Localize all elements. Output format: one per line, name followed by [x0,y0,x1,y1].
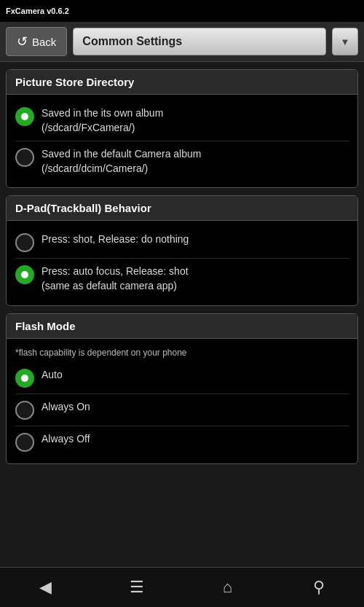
section-header-flash: Flash Mode [7,314,357,339]
nav-menu-icon: ☰ [130,578,144,597]
radio-circle-always-off [15,433,34,452]
nav-menu-button[interactable]: ☰ [119,573,155,602]
back-button[interactable]: Back [6,27,67,56]
radio-own-album[interactable]: Saved in the its own album (/sdcard/FxCa… [15,101,349,141]
back-arrow-icon [17,34,28,50]
radio-always-on[interactable]: Always On [15,393,349,426]
radio-circle-default-album [15,148,34,167]
nav-back-icon: ◀ [39,578,52,597]
radio-own-album-label: Saved in the its own album [41,106,163,121]
section-body-dpad: Press: shot, Release: do nothing Press: … [7,221,357,305]
radio-default-album[interactable]: Saved in the default Camera album (/sdca… [15,141,349,181]
radio-always-off[interactable]: Always Off [15,426,349,458]
radio-always-off-label: Always Off [41,432,90,447]
status-bar: FxCamera v0.6.2 [0,0,364,22]
radio-circle-own-album [15,107,34,126]
main-content: Picture Store Directory Saved in the its… [0,62,364,471]
radio-auto-label: Auto [41,368,63,383]
title-text: Common Settings [82,35,182,48]
back-label: Back [32,36,56,48]
screen-title: Common Settings [73,28,326,55]
radio-circle-always-on [15,401,34,420]
radio-default-album-label: Saved in the default Camera album [41,147,201,162]
action-bar: Back Common Settings [0,22,364,62]
radio-autofocus-sublabel: (same as default camera app) [41,279,189,294]
nav-home-icon: ⌂ [223,578,232,597]
radio-circle-auto [15,369,34,388]
radio-autofocus[interactable]: Press: auto focus, Release: shot (same a… [15,258,349,299]
section-flash-mode: Flash Mode *flash capability is dependen… [6,313,358,464]
section-body-picture-store: Saved in the its own album (/sdcard/FxCa… [7,95,357,187]
bottom-nav: ◀ ☰ ⌂ ⚲ [0,567,364,607]
nav-search-button[interactable]: ⚲ [301,573,337,602]
radio-default-album-sublabel: (/sdcard/dcim/Camera/) [41,162,201,176]
section-header-dpad: D-Pad(Trackball) Behavior [7,196,357,221]
nav-back-button[interactable]: ◀ [28,573,64,602]
radio-auto[interactable]: Auto [15,362,349,393]
radio-circle-autofocus [15,265,34,284]
radio-press-shot-label: Press: shot, Release: do nothing [41,232,189,247]
app-name: FxCamera v0.6.2 [6,7,69,15]
radio-always-on-label: Always On [41,400,90,415]
radio-circle-press-shot [15,233,34,252]
radio-own-album-sublabel: (/sdcard/FxCamera/) [41,121,163,136]
nav-home-button[interactable]: ⌂ [210,573,246,602]
flash-note: *flash capability is dependent on your p… [15,345,349,362]
radio-press-shot[interactable]: Press: shot, Release: do nothing [15,227,349,258]
dropdown-icon [341,36,350,47]
section-header-picture-store: Picture Store Directory [7,70,357,95]
nav-search-icon: ⚲ [313,578,325,597]
radio-autofocus-label: Press: auto focus, Release: shot [41,265,189,279]
dropdown-button[interactable] [332,28,358,55]
section-picture-store: Picture Store Directory Saved in the its… [6,69,358,188]
section-dpad: D-Pad(Trackball) Behavior Press: shot, R… [6,195,358,305]
section-body-flash: *flash capability is dependent on your p… [7,339,357,463]
